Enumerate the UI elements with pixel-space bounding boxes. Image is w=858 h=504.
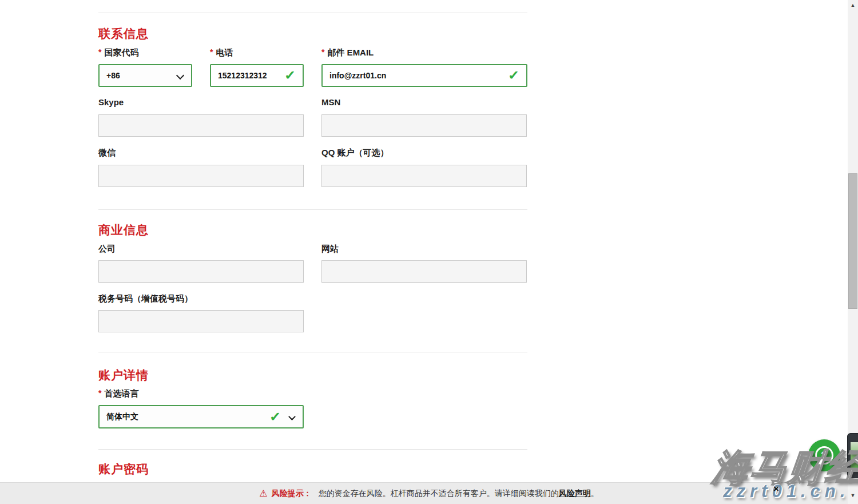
language-label: *首选语言	[98, 388, 138, 399]
website-input[interactable]	[322, 261, 526, 282]
website-label: 网站	[321, 244, 339, 255]
email-label: *邮件 EMAIL	[321, 47, 374, 58]
email-input[interactable]	[323, 65, 526, 86]
risk-warning-bar: ⚠ 风险提示： 您的资金存在风险。杠杆商品并不适合所有客户。请详细阅读我们的 风…	[0, 482, 858, 504]
password-section-title: 账户密码	[98, 461, 149, 477]
warning-icon: ⚠	[259, 488, 267, 499]
required-asterisk: *	[98, 47, 101, 57]
website-field	[321, 260, 527, 283]
section-divider	[98, 352, 527, 352]
phone-screen-icon	[851, 442, 858, 470]
check-icon: ✓	[284, 69, 296, 82]
tax-number-input[interactable]	[99, 311, 303, 332]
wechat-field	[98, 165, 304, 187]
qq-label: QQ 账户（可选）	[321, 148, 389, 158]
company-label: 公司	[98, 244, 116, 255]
email-field: ✓	[321, 64, 527, 87]
language-value: 简体中文	[100, 412, 138, 422]
help-button[interactable]: ?	[808, 439, 840, 471]
check-icon: ✓	[269, 411, 281, 423]
chevron-down-icon	[288, 413, 296, 420]
section-divider	[98, 13, 527, 13]
risk-statement-link[interactable]: 风险声明	[559, 489, 591, 499]
scrollbar-thumb[interactable]	[848, 173, 857, 309]
risk-warning-suffix: 。	[591, 489, 599, 499]
skype-label: Skype	[98, 97, 124, 107]
phone-input[interactable]	[211, 65, 337, 86]
chevron-down-icon	[176, 72, 184, 80]
required-asterisk: *	[98, 388, 101, 398]
phone-field: ✓	[210, 64, 304, 87]
risk-warning-text: 您的资金存在风险。杠杆商品并不适合所有客户。请详细阅读我们的	[319, 489, 559, 499]
phone-widget[interactable]	[847, 433, 858, 478]
section-divider	[98, 209, 527, 210]
wechat-label: 微信	[98, 148, 116, 158]
msn-label: MSN	[321, 97, 340, 107]
account-section-title: 账户详情	[98, 367, 149, 383]
skype-input[interactable]	[99, 115, 303, 136]
language-select[interactable]: 简体中文 ✓	[98, 405, 304, 428]
country-code-value: +86	[100, 71, 120, 80]
msn-input[interactable]	[322, 115, 526, 136]
contact-section-title: 联系信息	[98, 26, 149, 42]
tax-number-label: 税务号码（增值税号码）	[98, 293, 193, 304]
tax-number-field	[98, 310, 304, 332]
msn-field	[321, 114, 527, 137]
country-code-label: *国家代码	[98, 47, 138, 58]
company-field	[98, 260, 304, 283]
risk-warning-label: 风险提示：	[272, 489, 312, 499]
close-icon[interactable]: ×	[773, 484, 779, 494]
phone-label: *电话	[210, 47, 233, 58]
business-section-title: 商业信息	[98, 222, 149, 238]
check-icon: ✓	[508, 69, 519, 82]
scroll-down-icon[interactable]: ▼	[848, 492, 858, 499]
company-input[interactable]	[99, 261, 303, 282]
qq-field	[321, 165, 527, 187]
qq-input[interactable]	[322, 165, 526, 186]
required-asterisk: *	[321, 47, 324, 57]
question-icon: ?	[815, 446, 833, 465]
country-code-select[interactable]: +86	[98, 64, 192, 87]
section-divider	[98, 449, 527, 450]
wechat-input[interactable]	[99, 165, 303, 186]
scroll-up-icon[interactable]: ▲	[848, 2, 858, 9]
skype-field	[98, 114, 304, 137]
required-asterisk: *	[210, 47, 213, 57]
scrollbar[interactable]: ▲ ▼	[848, 0, 858, 504]
